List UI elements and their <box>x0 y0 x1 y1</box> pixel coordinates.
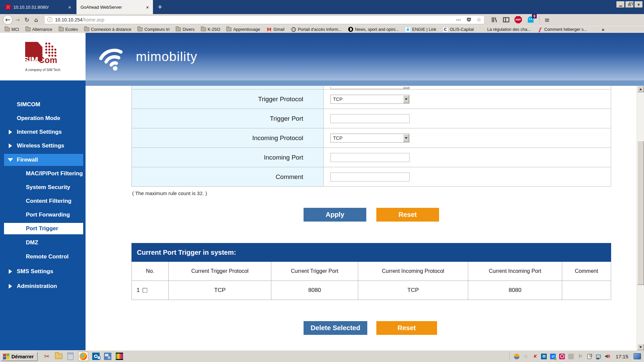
folder-icon[interactable] <box>55 352 63 360</box>
comment-input[interactable] <box>330 172 410 181</box>
show-desktop-button[interactable] <box>634 353 641 359</box>
tab-title: 10.10.10.51:8080/ <box>13 5 65 10</box>
bookmark-item[interactable]: MCI <box>5 27 19 32</box>
bookmark-item[interactable]: ʃComment héberger s... <box>537 27 587 32</box>
network-icon[interactable] <box>595 354 601 359</box>
home-button[interactable]: ⌂ <box>32 15 41 24</box>
apply-button[interactable]: Apply <box>304 208 366 222</box>
sidebar-item-dmz[interactable]: DMZ <box>0 237 86 249</box>
sidebar-item-administration[interactable]: Administration <box>0 280 86 292</box>
info-icon[interactable]: i <box>47 17 52 22</box>
bookmark-item[interactable]: Alternance <box>25 27 52 32</box>
sun-icon[interactable] <box>514 354 520 359</box>
bookmark-item[interactable]: La régulation des cha... <box>480 27 531 32</box>
reset-table-button[interactable]: Reset <box>376 321 437 335</box>
inactive-icon[interactable] <box>523 354 529 359</box>
teamviewer-icon[interactable]: ⇄ <box>550 354 556 359</box>
delete-selected-button[interactable]: Delete Selected <box>304 321 367 335</box>
library-icon[interactable] <box>490 16 498 23</box>
outlook-icon[interactable]: O <box>92 352 100 360</box>
sidebar-item-content-filtering[interactable]: Content Filtering <box>0 195 86 207</box>
bookmark-item[interactable]: Apprentissage <box>226 27 260 32</box>
bookmark-item[interactable]: Connexion à distance <box>84 27 131 32</box>
pocket-icon[interactable] <box>466 17 472 23</box>
gray-app-icon[interactable] <box>568 354 574 359</box>
bookmark-item[interactable]: Divers <box>176 27 194 32</box>
incoming-protocol-select[interactable]: TCP <box>330 133 410 142</box>
bookmark-item[interactable]: ēENGIE | Link <box>405 27 436 32</box>
page-actions-icon[interactable]: ••• <box>456 18 461 22</box>
sidebar-item-simcom[interactable]: SIMCOM <box>0 99 86 111</box>
flag-icon[interactable]: ⚐ <box>577 354 583 359</box>
start-button[interactable]: Démarrer <box>1 352 38 361</box>
field-label: Comment <box>132 167 324 186</box>
kaspersky-icon[interactable]: K <box>532 354 538 359</box>
red-app-icon[interactable] <box>559 354 565 359</box>
close-tab-icon[interactable]: × <box>146 5 149 10</box>
reset-button[interactable]: Reset <box>376 208 439 222</box>
row-checkbox[interactable] <box>143 288 147 293</box>
close-button[interactable]: × <box>635 1 643 8</box>
table-title: Current Port Trigger in system: <box>131 243 611 262</box>
cut-icon[interactable]: ✂ <box>43 352 51 360</box>
sidebar-item-port-forwarding[interactable]: Port Forwarding <box>0 209 86 221</box>
calculator-icon[interactable] <box>66 352 74 360</box>
port-trigger-form: Trigger Protocol TCP Trigger Port Incomi… <box>131 86 611 187</box>
menu-icon[interactable]: ≡ <box>544 16 550 23</box>
back-button[interactable]: ← <box>3 15 13 25</box>
outlook-tray-icon[interactable]: O <box>541 354 547 359</box>
power-icon[interactable] <box>586 354 592 359</box>
bookmark-item[interactable]: Portail d'accès Inform... <box>291 27 341 32</box>
scrollbar-thumb[interactable] <box>637 141 644 285</box>
bookmark-item[interactable]: Ecoles <box>59 27 78 32</box>
column-header: Current Trigger Protocol <box>169 262 271 281</box>
sidebar-item-firewall[interactable]: Firewall <box>4 154 83 166</box>
bookmark-item[interactable]: COLIS-Capital <box>443 27 474 32</box>
close-tab-icon[interactable]: × <box>68 5 71 10</box>
bookmark-star-icon[interactable]: ☆ <box>477 16 481 23</box>
sidebar-item-system-security[interactable]: System Security <box>0 181 86 193</box>
firefox-icon[interactable] <box>78 352 88 361</box>
incoming-port-input[interactable] <box>330 153 410 162</box>
ghostery-icon[interactable]: 0 <box>527 16 535 24</box>
forward-button[interactable]: → <box>13 15 22 24</box>
sidebar-item-operation-mode[interactable]: Operation Mode <box>0 112 86 124</box>
bookmark-item[interactable]: MGmail <box>266 27 284 32</box>
olis-icon: C <box>443 27 448 32</box>
bookmarks-overflow-icon[interactable]: » <box>602 26 604 32</box>
sidebar-item-wireless-settings[interactable]: Wireless Settings <box>0 140 86 152</box>
taskbar-clock[interactable]: 17:15 <box>615 354 628 359</box>
trigger-protocol-select[interactable]: TCP <box>330 95 410 104</box>
bookmark-item[interactable]: News, sport and opini... <box>348 27 399 32</box>
bookmark-item[interactable]: K-2SO <box>201 27 220 32</box>
form-row: Incoming Protocol TCP <box>132 128 611 147</box>
adblock-plus-icon[interactable]: ABP <box>515 16 522 23</box>
minimize-button[interactable] <box>616 1 625 8</box>
sidebar-item-internet-settings[interactable]: Internet Settings <box>0 126 86 138</box>
vertical-scrollbar[interactable] <box>637 86 644 350</box>
sidebar-item-sms-settings[interactable]: SMS Settings <box>0 265 86 278</box>
system-tray: K O ⇄ ⚐ 17:15 <box>509 352 644 361</box>
sidebar-item-remote-control[interactable]: Remote Control <box>0 251 86 263</box>
scroll-up-button[interactable] <box>637 86 644 92</box>
browser-tab-active[interactable]: GoAhead WebServer × <box>76 0 153 14</box>
bookmark-item[interactable]: Compteurs tri <box>138 27 169 32</box>
taskbar: Démarrer ✂ O K O ⇄ ⚐ 17:15 <box>0 350 644 362</box>
new-tab-button[interactable]: + <box>155 2 165 12</box>
news-icon <box>348 27 353 32</box>
url-bar[interactable]: i 10.10.10.254 /home.asp ••• ☆ <box>44 15 484 24</box>
remote-desktop-icon[interactable] <box>104 352 112 360</box>
sidebar-item-mac-ip-port-filtering[interactable]: MAC/IP/Port Filtering <box>0 168 86 180</box>
volume-muted-icon[interactable] <box>604 354 610 359</box>
restore-button[interactable] <box>626 1 634 8</box>
table-row: 1 TCP 8080 TCP 8080 <box>131 281 611 300</box>
browser-tab-inactive[interactable]: 10.10.10.51:8080/ × <box>1 0 75 14</box>
table-cell: 8080 <box>271 281 358 300</box>
reload-button[interactable]: ↻ <box>22 15 32 24</box>
scroll-down-button[interactable] <box>637 344 644 350</box>
media-viewer-icon[interactable] <box>115 352 123 360</box>
sidebar-item-port-trigger[interactable]: Port Trigger <box>4 223 83 234</box>
column-header: Current Incoming Port <box>468 262 562 281</box>
sidebar-toggle-icon[interactable] <box>502 16 510 23</box>
trigger-port-input[interactable] <box>330 114 410 123</box>
